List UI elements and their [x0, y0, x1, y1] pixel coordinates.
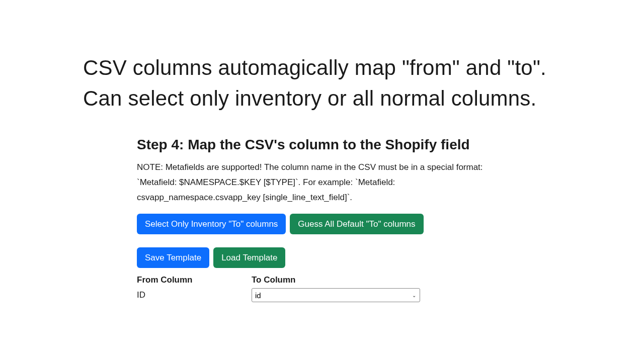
- load-template-button[interactable]: Load Template: [213, 247, 285, 268]
- to-column-header: To Column: [252, 275, 296, 285]
- metafields-note: NOTE: Metafields are supported! The colu…: [137, 160, 504, 205]
- mapping-panel: Step 4: Map the CSV's column to the Shop…: [137, 137, 509, 302]
- to-column-select[interactable]: id: [252, 288, 420, 302]
- template-buttons: Save Template Load Template: [137, 247, 509, 268]
- step-heading: Step 4: Map the CSV's column to the Shop…: [137, 137, 509, 153]
- select-only-inventory-button[interactable]: Select Only Inventory "To" columns: [137, 214, 286, 234]
- hero-line-2: Can select only inventory or all normal …: [83, 83, 561, 114]
- hero-line-1: CSV columns automagically map "from" and…: [83, 53, 561, 83]
- save-template-button[interactable]: Save Template: [137, 247, 209, 268]
- hero-caption: CSV columns automagically map "from" and…: [83, 53, 561, 114]
- mapping-row: ID id ⌄: [137, 288, 509, 302]
- column-preset-buttons: Select Only Inventory "To" columns Guess…: [137, 214, 509, 234]
- from-column-label: ID: [137, 290, 252, 300]
- to-column-select-wrap: id ⌄: [252, 288, 420, 302]
- guess-default-to-button[interactable]: Guess All Default "To" columns: [290, 214, 423, 234]
- mapping-table-header: From Column To Column: [137, 275, 509, 285]
- from-column-header: From Column: [137, 275, 252, 285]
